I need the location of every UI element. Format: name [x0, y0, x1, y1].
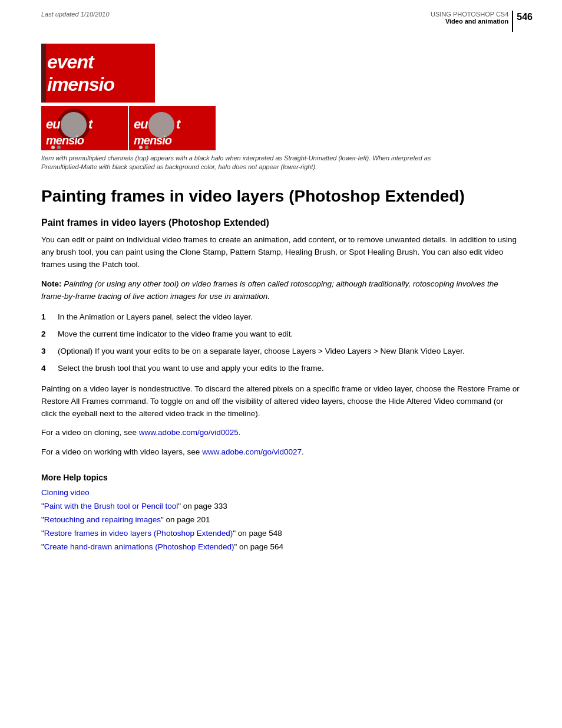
brush-pencil-link[interactable]: Paint with the Brush tool or Pencil tool: [44, 502, 178, 510]
sub-heading: Paint frames in video layers (Photoshop …: [41, 218, 521, 228]
help-link-animations: "Create hand-drawn animations (Photoshop…: [41, 542, 521, 551]
svg-point-20: [145, 146, 148, 149]
page: Last updated 1/10/2010 USING PHOTOSHOP C…: [0, 0, 562, 728]
hand-drawn-animations-link[interactable]: Create hand-drawn animations (Photoshop …: [44, 542, 234, 551]
header-divider: [512, 11, 513, 32]
step-2-text: Move the current time indicator to the v…: [58, 328, 293, 341]
two-sub-images: eu t mensio eu t mensio: [41, 106, 521, 150]
help-link-brush: "Paint with the Brush tool or Pencil too…: [41, 502, 521, 510]
note-label: Note:: [41, 279, 62, 288]
logo-svg-bottom-right: eu t mensio: [129, 106, 216, 150]
product-title: USING PHOTOSHOP CS4: [431, 11, 508, 18]
main-heading: Painting frames in video layers (Photosh…: [41, 186, 521, 206]
last-updated: Last updated 1/10/2010: [41, 11, 110, 18]
help-link-cloning: Cloning video: [41, 488, 521, 497]
video-layers-link[interactable]: www.adobe.com/go/vid0027: [202, 447, 302, 456]
closing-paragraph-1: Painting on a video layer is nondestruct…: [41, 383, 521, 420]
svg-text:eu: eu: [134, 117, 148, 131]
more-help-section: More Help topics Cloning video "Paint wi…: [41, 473, 521, 551]
header-right: USING PHOTOSHOP CS4 Video and animation …: [431, 11, 533, 32]
logo-svg-top: event imensio: [41, 44, 155, 103]
header-right-text: USING PHOTOSHOP CS4 Video and animation: [431, 11, 508, 25]
step-1-text: In the Animation or Layers panel, select…: [58, 311, 253, 324]
svg-text:imensio: imensio: [47, 74, 114, 95]
svg-rect-3: [41, 44, 46, 103]
page-header: Last updated 1/10/2010 USING PHOTOSHOP C…: [0, 0, 562, 38]
help-link-retouching: "Retouching and repairing images" on pag…: [41, 515, 521, 524]
svg-point-19: [139, 146, 143, 149]
main-content: event imensio eu t mensio: [0, 38, 562, 579]
step-4: 4 Select the brush tool that you want to…: [41, 363, 521, 375]
image-section: event imensio eu t mensio: [41, 44, 521, 172]
restore-page-text: " on page 548: [233, 529, 282, 538]
image-caption: Item with premultiplied channels (top) a…: [41, 154, 454, 172]
restore-frames-link[interactable]: Restore frames in video layers (Photosho…: [44, 529, 233, 538]
brush-page-text: " on page 333: [178, 502, 227, 510]
retouching-page-text: " on page 201: [161, 515, 210, 524]
step-3: 3 (Optional) If you want your edits to b…: [41, 345, 521, 358]
note-paragraph: Note: Painting (or using any other tool)…: [41, 278, 521, 303]
svg-point-11: [51, 146, 55, 149]
step-3-text: (Optional) If you want your edits to be …: [58, 345, 465, 358]
animations-page-text: " on page 564: [234, 542, 284, 551]
cloning-link[interactable]: www.adobe.com/go/vid0025: [139, 428, 239, 437]
main-logo-image: event imensio: [41, 44, 521, 104]
step-2-num: 2: [41, 328, 51, 341]
svg-point-12: [57, 146, 61, 149]
step-4-text: Select the brush tool that you want to u…: [58, 363, 324, 375]
section-title: Video and animation: [445, 18, 508, 25]
svg-text:event: event: [47, 51, 95, 73]
step-2: 2 Move the current time indicator to the…: [41, 328, 521, 341]
more-help-title: More Help topics: [41, 473, 521, 482]
logo-svg-bottom-left: eu t mensio: [41, 106, 128, 150]
help-link-restore: "Restore frames in video layers (Photosh…: [41, 529, 521, 538]
svg-text:eu: eu: [46, 117, 61, 131]
step-3-num: 3: [41, 345, 51, 358]
note-text: Painting (or using any other tool) on vi…: [41, 279, 498, 301]
page-number: 546: [517, 11, 533, 22]
closing-paragraph-2: For a video on cloning, see www.adobe.co…: [41, 427, 521, 439]
step-1: 1 In the Animation or Layers panel, sele…: [41, 311, 521, 324]
cloning-video-link[interactable]: Cloning video: [41, 488, 90, 497]
step-4-num: 4: [41, 363, 51, 375]
svg-point-10: [61, 112, 87, 138]
step-1-num: 1: [41, 311, 51, 324]
closing-paragraph-3: For a video on working with video layers…: [41, 446, 521, 459]
svg-point-18: [148, 112, 174, 138]
retouching-link[interactable]: Retouching and repairing images: [44, 515, 161, 524]
steps-list: 1 In the Animation or Layers panel, sele…: [41, 311, 521, 375]
product-name: USING PHOTOSHOP CS4: [431, 11, 508, 18]
body-paragraph-1: You can edit or paint on individual vide…: [41, 234, 521, 271]
